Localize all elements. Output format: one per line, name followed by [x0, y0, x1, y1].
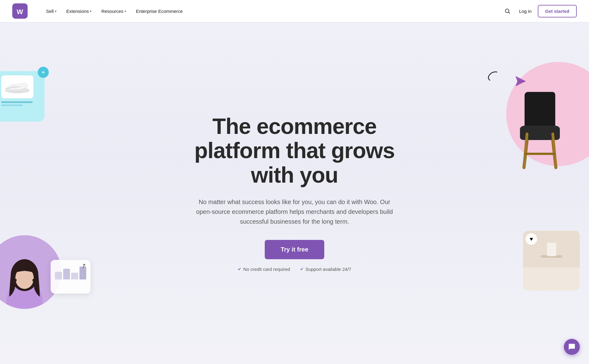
check2-icon: ✔: [300, 267, 304, 271]
try-it-free-button[interactable]: Try it free: [265, 240, 324, 259]
svg-rect-17: [547, 241, 556, 256]
check1-label: No credit card required: [243, 267, 290, 272]
resources-chevron-icon: ▾: [125, 9, 126, 13]
curl-decoration-icon: [486, 70, 499, 84]
heart-icon: ♥: [525, 233, 537, 245]
svg-point-2: [505, 9, 509, 13]
woo-logo-icon: W: [12, 3, 28, 19]
svg-text:W: W: [17, 8, 23, 16]
paper-plane-icon: [515, 76, 526, 89]
chat-button[interactable]: [564, 339, 580, 355]
hero-section: +: [0, 22, 589, 364]
shoe-icon: [3, 77, 32, 97]
search-icon: [504, 8, 510, 14]
check1-icon: ✔: [238, 267, 241, 271]
hero-content: The ecommerce platform that grows with y…: [193, 114, 396, 272]
sell-chevron-icon: ▾: [55, 9, 56, 13]
bar-2: [63, 269, 70, 279]
svg-line-3: [509, 12, 510, 14]
nav-links: Sell ▾ Extensions ▾ Resources ▾ Enterpri…: [42, 6, 502, 16]
nav-sell[interactable]: Sell ▾: [42, 6, 60, 16]
shoe-image-decoration: [1, 75, 33, 98]
shoe-card-decoration: +: [0, 71, 44, 122]
stats-card-decoration: ↗: [51, 260, 90, 294]
login-link[interactable]: Log in: [519, 9, 532, 14]
bar-3: [71, 273, 78, 279]
curl-icon: [486, 70, 499, 82]
paper-plane-svg: [515, 76, 526, 87]
hero-description: No matter what success looks like for yo…: [193, 197, 396, 226]
get-started-button[interactable]: Get started: [538, 5, 577, 17]
nav-enterprise[interactable]: Enterprise Ecommerce: [132, 6, 187, 16]
nav-extensions[interactable]: Extensions ▾: [63, 6, 95, 16]
bar-1: [55, 272, 62, 279]
hero-checkmarks: ✔ No credit card required ✔ Support avai…: [193, 267, 396, 272]
check2-label: Support available 24/7: [306, 267, 351, 272]
chair-decoration: [491, 80, 589, 169]
nav-resources[interactable]: Resources ▾: [98, 6, 130, 16]
item-card-decoration: ♥: [523, 231, 580, 290]
no-credit-card-check: ✔ No credit card required: [238, 267, 290, 272]
hero-title: The ecommerce platform that grows with y…: [193, 114, 396, 187]
plus-icon: +: [38, 67, 49, 78]
search-button[interactable]: [502, 6, 513, 17]
chair-icon: [509, 89, 571, 169]
svg-rect-5: [6, 89, 27, 91]
logo[interactable]: W: [12, 3, 28, 19]
extensions-chevron-icon: ▾: [90, 9, 91, 13]
shoe-card-lines: [1, 101, 40, 106]
support-check: ✔ Support available 24/7: [300, 267, 351, 272]
svg-rect-18: [547, 241, 556, 243]
chat-icon: [568, 343, 576, 351]
nav-right: Log in Get started: [502, 5, 577, 17]
main-nav: W Sell ▾ Extensions ▾ Resources ▾ Enterp…: [0, 0, 589, 22]
candle-item-icon: [536, 235, 567, 263]
